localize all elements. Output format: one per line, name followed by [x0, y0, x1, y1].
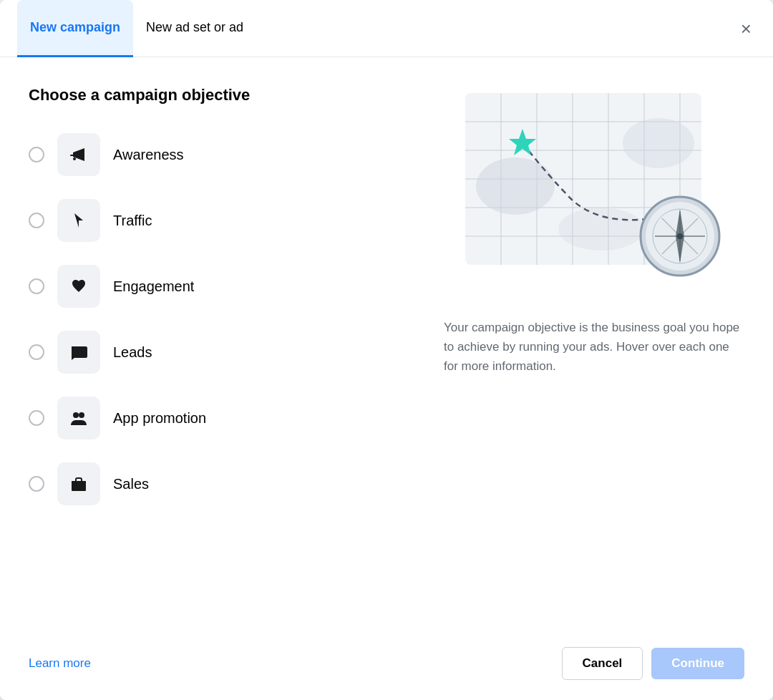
icon-app-promotion — [57, 397, 100, 439]
label-leads: Leads — [113, 344, 152, 361]
modal-body: Choose a campaign objective Awareness Tr… — [0, 57, 773, 627]
campaign-modal: New campaign New ad set or ad × Choose a… — [0, 0, 773, 700]
svg-point-18 — [476, 157, 555, 215]
label-sales: Sales — [113, 476, 149, 492]
radio-awareness[interactable] — [29, 147, 44, 162]
radio-leads[interactable] — [29, 344, 44, 360]
svg-point-31 — [677, 233, 683, 239]
label-engagement: Engagement — [113, 278, 194, 295]
svg-point-0 — [73, 157, 76, 160]
left-column: Choose a campaign objective Awareness Tr… — [29, 86, 415, 627]
svg-point-19 — [623, 118, 694, 168]
objective-item-leads[interactable]: Leads — [29, 325, 415, 379]
section-title: Choose a campaign objective — [29, 86, 415, 104]
close-button[interactable]: × — [736, 15, 756, 42]
radio-app-promotion[interactable] — [29, 410, 44, 426]
cancel-button[interactable]: Cancel — [562, 647, 643, 680]
continue-button[interactable]: Continue — [651, 648, 744, 679]
modal-header: New campaign New ad set or ad × — [0, 0, 773, 57]
tab-new-ad-set[interactable]: New ad set or ad — [133, 0, 256, 57]
objective-item-traffic[interactable]: Traffic — [29, 193, 415, 248]
svg-point-20 — [558, 208, 644, 251]
svg-point-1 — [73, 412, 79, 418]
icon-traffic — [57, 199, 100, 242]
icon-sales — [57, 462, 100, 505]
svg-rect-5 — [76, 478, 82, 482]
svg-point-2 — [79, 412, 84, 418]
footer-buttons: Cancel Continue — [562, 647, 744, 680]
objective-item-awareness[interactable]: Awareness — [29, 127, 415, 182]
objective-item-sales[interactable]: Sales — [29, 457, 415, 511]
tab-new-campaign[interactable]: New campaign — [17, 0, 133, 57]
label-awareness: Awareness — [113, 147, 184, 163]
label-traffic: Traffic — [113, 213, 152, 229]
campaign-illustration — [444, 86, 744, 301]
icon-leads — [57, 331, 100, 374]
icon-engagement — [57, 265, 100, 308]
objective-item-engagement[interactable]: Engagement — [29, 259, 415, 313]
learn-more-link[interactable]: Learn more — [29, 656, 91, 671]
icon-awareness — [57, 133, 100, 176]
right-column: Your campaign objective is the business … — [444, 86, 744, 627]
label-app-promotion: App promotion — [113, 410, 206, 427]
description-text: Your campaign objective is the business … — [444, 318, 744, 376]
radio-engagement[interactable] — [29, 278, 44, 294]
radio-sales[interactable] — [29, 476, 44, 492]
modal-footer: Learn more Cancel Continue — [0, 627, 773, 700]
objective-item-app-promotion[interactable]: App promotion — [29, 391, 415, 445]
objectives-list: Awareness Traffic Engagement Leads — [29, 127, 415, 511]
radio-traffic[interactable] — [29, 213, 44, 228]
